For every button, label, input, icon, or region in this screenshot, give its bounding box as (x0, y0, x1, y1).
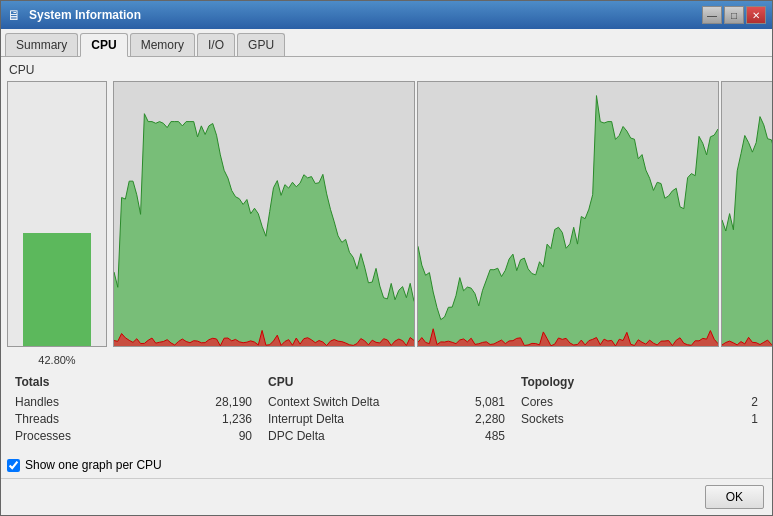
main-window: 🖥 System Information — □ ✕ Summary CPU M… (0, 0, 773, 516)
title-bar: 🖥 System Information — □ ✕ (1, 1, 772, 29)
totals-title: Totals (15, 375, 252, 389)
threads-row: Threads 1,236 (15, 412, 252, 426)
context-switch-label: Context Switch Delta (268, 395, 379, 409)
dpc-delta-row: DPC Delta 485 (268, 429, 505, 443)
threads-label: Threads (15, 412, 59, 426)
cpu-percent-label: 42.80% (38, 354, 75, 366)
cores-value: 2 (751, 395, 758, 409)
bottom-info-section: Totals Handles 28,190 Threads 1,236 Proc… (7, 371, 766, 450)
content-area: CPU 42.80% (1, 57, 772, 478)
sockets-label: Sockets (521, 412, 564, 426)
cpu-graph-canvas-1 (114, 82, 414, 346)
graphs-area: 42.80% (7, 81, 766, 347)
interrupt-delta-value: 2,280 (475, 412, 505, 426)
cores-row: Cores 2 (521, 395, 758, 409)
title-bar-left: 🖥 System Information (7, 7, 141, 23)
cpu-graph-1 (113, 81, 415, 347)
cpu-graph-canvas-3 (722, 82, 772, 346)
checkbox-row: Show one graph per CPU (7, 458, 766, 472)
tab-cpu[interactable]: CPU (80, 33, 127, 57)
context-switch-row: Context Switch Delta 5,081 (268, 395, 505, 409)
handles-row: Handles 28,190 (15, 395, 252, 409)
context-switch-value: 5,081 (475, 395, 505, 409)
window-title: System Information (29, 8, 141, 22)
interrupt-delta-label: Interrupt Delta (268, 412, 344, 426)
cpu-usage-bar-container: 42.80% (7, 81, 107, 347)
sockets-value: 1 (751, 412, 758, 426)
maximize-button[interactable]: □ (724, 6, 744, 24)
cpu-graph-canvas-2 (418, 82, 718, 346)
sockets-row: Sockets 1 (521, 412, 758, 426)
window-icon: 🖥 (7, 7, 23, 23)
topology-group: Topology Cores 2 Sockets 1 (513, 371, 766, 450)
tab-bar: Summary CPU Memory I/O GPU (1, 29, 772, 57)
cpu-section-label: CPU (9, 63, 766, 77)
processes-row: Processes 90 (15, 429, 252, 443)
threads-value: 1,236 (222, 412, 252, 426)
handles-value: 28,190 (215, 395, 252, 409)
dpc-delta-value: 485 (485, 429, 505, 443)
minimize-button[interactable]: — (702, 6, 722, 24)
cpu-graph-3 (721, 81, 772, 347)
close-button[interactable]: ✕ (746, 6, 766, 24)
cpu-stats-title: CPU (268, 375, 505, 389)
cpu-graph-2 (417, 81, 719, 347)
totals-group: Totals Handles 28,190 Threads 1,236 Proc… (7, 371, 260, 450)
interrupt-delta-row: Interrupt Delta 2,280 (268, 412, 505, 426)
tab-gpu[interactable]: GPU (237, 33, 285, 56)
dpc-delta-label: DPC Delta (268, 429, 325, 443)
handles-label: Handles (15, 395, 59, 409)
tab-memory[interactable]: Memory (130, 33, 195, 56)
cpu-stats-group: CPU Context Switch Delta 5,081 Interrupt… (260, 371, 513, 450)
footer: OK (1, 478, 772, 515)
tab-summary[interactable]: Summary (5, 33, 78, 56)
cores-label: Cores (521, 395, 553, 409)
small-graphs-container (113, 81, 772, 347)
ok-button[interactable]: OK (705, 485, 764, 509)
processes-value: 90 (239, 429, 252, 443)
processes-label: Processes (15, 429, 71, 443)
show-one-graph-label[interactable]: Show one graph per CPU (25, 458, 162, 472)
show-one-graph-checkbox[interactable] (7, 459, 20, 472)
topology-title: Topology (521, 375, 758, 389)
cpu-usage-bar (23, 233, 91, 346)
title-buttons: — □ ✕ (702, 6, 766, 24)
tab-io[interactable]: I/O (197, 33, 235, 56)
